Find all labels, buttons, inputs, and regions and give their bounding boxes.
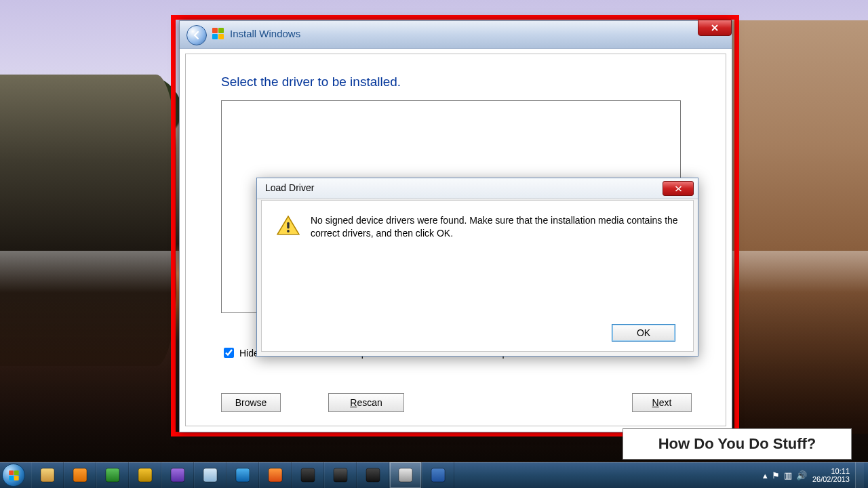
taskbar-item-word[interactable] xyxy=(422,462,454,488)
dialog-message: No signed device drivers were found. Mak… xyxy=(311,214,678,240)
hide-drivers-checkbox[interactable] xyxy=(224,348,234,358)
svg-rect-5 xyxy=(138,468,152,482)
vm-tool-icon xyxy=(136,466,154,484)
install-titlebar[interactable]: Install Windows xyxy=(180,21,732,49)
start-button[interactable] xyxy=(0,462,27,488)
taskbar-item-visual-studio[interactable] xyxy=(161,462,194,488)
svg-point-1 xyxy=(287,230,290,232)
windows-flag-icon xyxy=(9,470,18,480)
taskbar-item-paint[interactable] xyxy=(389,462,422,488)
svg-rect-7 xyxy=(203,468,217,482)
close-icon xyxy=(675,186,682,192)
watermark-box: How Do You Do Stuff? xyxy=(623,428,852,460)
warning-icon xyxy=(277,216,300,236)
network-icon[interactable]: ▥ xyxy=(784,470,792,481)
svg-rect-2 xyxy=(41,468,54,482)
time-text: 10:11 xyxy=(812,467,850,475)
taskbar[interactable]: ▴ ⚑ ▥ 🔊 10:11 26/02/2013 xyxy=(0,462,868,488)
svg-rect-10 xyxy=(301,468,315,482)
svg-rect-0 xyxy=(287,222,289,229)
tray-icons[interactable]: ▴ ⚑ ▥ 🔊 xyxy=(763,470,807,481)
task-manager-icon xyxy=(104,466,121,484)
flag-icon[interactable]: ⚑ xyxy=(772,470,780,481)
load-driver-dialog: Load Driver No signed device drivers wer… xyxy=(256,178,698,357)
svg-rect-11 xyxy=(334,468,347,482)
taskbar-item-internet-explorer[interactable] xyxy=(226,462,259,488)
svg-rect-3 xyxy=(73,468,87,482)
svg-rect-8 xyxy=(236,468,250,482)
editor2-icon xyxy=(364,466,382,484)
taskbar-item-task-manager[interactable] xyxy=(96,462,129,488)
taskbar-item-file-explorer[interactable] xyxy=(31,462,64,488)
dialog-close-button[interactable] xyxy=(663,181,694,196)
next-button[interactable]: Next xyxy=(632,393,692,412)
system-tray[interactable]: ▴ ⚑ ▥ 🔊 10:11 26/02/2013 xyxy=(763,462,868,488)
clock[interactable]: 10:11 26/02/2013 xyxy=(812,467,850,483)
visual-studio-icon xyxy=(169,466,186,484)
date-text: 26/02/2013 xyxy=(812,475,850,483)
notepad-icon xyxy=(201,466,219,484)
taskbar-item-sublime[interactable] xyxy=(292,462,324,488)
arrow-left-icon xyxy=(191,30,202,41)
window-title: Install Windows xyxy=(230,28,300,39)
svg-rect-12 xyxy=(366,468,380,482)
taskbar-item-firefox[interactable] xyxy=(259,462,292,488)
svg-rect-13 xyxy=(399,468,412,482)
taskbar-item-vm-tool[interactable] xyxy=(129,462,161,488)
taskbar-items xyxy=(31,462,454,488)
svg-rect-4 xyxy=(106,468,119,482)
taskbar-item-command-prompt[interactable] xyxy=(324,462,357,488)
firefox-icon xyxy=(267,466,284,484)
rescan-button[interactable]: Rescan xyxy=(328,393,404,412)
svg-rect-14 xyxy=(431,468,445,482)
windows-flag-icon xyxy=(212,28,224,40)
close-button[interactable] xyxy=(698,20,732,36)
dialog-body: No signed device drivers were found. Mak… xyxy=(261,200,694,352)
page-heading: Select the driver to be installed. xyxy=(221,75,401,89)
file-explorer-icon xyxy=(39,466,56,484)
dialog-titlebar[interactable]: Load Driver xyxy=(257,178,698,199)
dialog-title: Load Driver xyxy=(265,182,314,193)
media-player-icon xyxy=(71,466,89,484)
svg-rect-6 xyxy=(171,468,184,482)
back-button[interactable] xyxy=(186,25,207,45)
command-prompt-icon xyxy=(332,466,349,484)
sublime-icon xyxy=(299,466,317,484)
taskbar-item-notepad[interactable] xyxy=(194,462,226,488)
taskbar-item-media-player[interactable] xyxy=(64,462,96,488)
svg-rect-9 xyxy=(269,468,282,482)
browse-button[interactable]: Browse xyxy=(221,393,281,412)
chevron-up-icon[interactable]: ▴ xyxy=(763,470,768,481)
word-icon xyxy=(429,466,447,484)
volume-icon[interactable]: 🔊 xyxy=(796,470,807,481)
close-icon xyxy=(711,24,719,31)
taskbar-item-editor2[interactable] xyxy=(357,462,389,488)
internet-explorer-icon xyxy=(234,466,252,484)
ok-button[interactable]: OK xyxy=(612,324,675,342)
paint-icon xyxy=(397,466,414,484)
show-desktop-button[interactable] xyxy=(855,462,864,488)
